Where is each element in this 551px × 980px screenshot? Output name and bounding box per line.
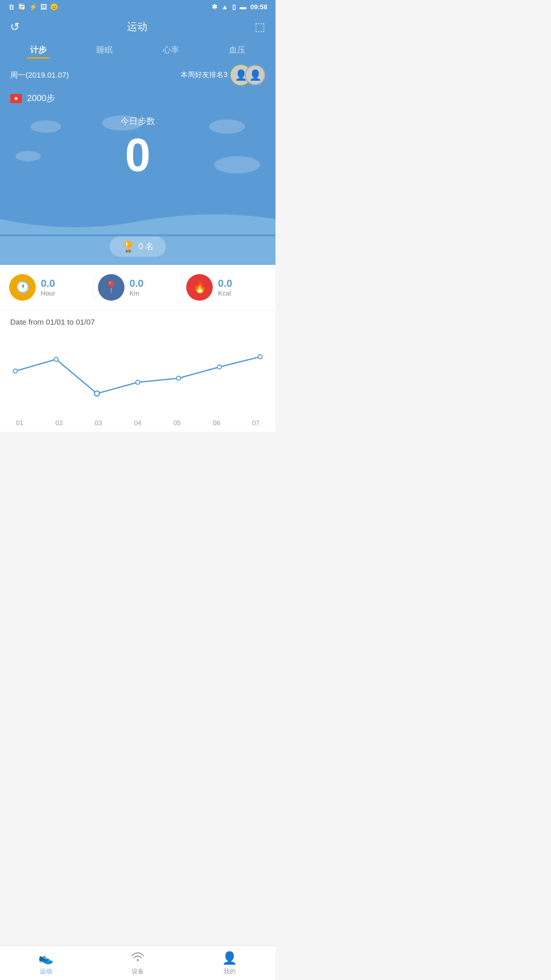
chart-label-0: 01 [0, 419, 39, 427]
goal-text: 2000步 [27, 92, 55, 104]
cloud-4 [15, 151, 41, 161]
distance-unit: Km [130, 289, 144, 297]
share-button[interactable]: ⬚ [255, 20, 265, 34]
bluetooth-icon: ✱ [212, 3, 217, 11]
chart-labels: 01 02 03 04 05 06 07 [0, 419, 276, 432]
time-icon-circle: 🕐 [9, 274, 36, 301]
refresh-button[interactable]: ↺ [10, 20, 19, 34]
chart-point-0 [13, 369, 17, 373]
wave-section [0, 209, 276, 236]
cloud-1 [31, 120, 61, 133]
tab-steps[interactable]: 计步 [5, 40, 71, 59]
chart-label-3: 04 [118, 419, 157, 427]
trash-icon: 🗑 [8, 3, 15, 11]
chart-svg [10, 335, 265, 412]
distance-icon-circle: 📍 [98, 274, 124, 301]
usb-icon: ⚡ [29, 3, 37, 11]
stat-calories: 🔥 0.0 Kcal [182, 274, 270, 301]
avatar-icon-2: 👤 [249, 69, 262, 81]
wifi-icon: ▲ [221, 3, 228, 11]
status-icons-left: 🗑 🔄 ⚡ 🖼 😐 [8, 3, 58, 11]
date-range: Date from 01/01 to 01/07 [0, 310, 276, 330]
header: ↺ 运动 ⬚ [0, 14, 276, 40]
ranking-badge[interactable]: 🏆 0 名 [110, 236, 166, 257]
chart-point-3 [136, 380, 140, 384]
chart-label-2: 03 [79, 419, 118, 427]
signal-icon: ▯ [232, 3, 236, 11]
time-unit: Hour [41, 289, 55, 297]
stat-distance: 📍 0.0 Km [93, 274, 182, 301]
chart-container [0, 330, 276, 419]
ranking-text: 0 名 [139, 241, 154, 252]
friends-rank[interactable]: 本周好友排名3 👤 👤 [181, 65, 265, 85]
status-icons-right: ✱ ▲ ▯ ▬ 09:58 [212, 3, 267, 11]
current-date: 周一(2019.01.07) [10, 70, 69, 80]
tabs-bar: 计步 睡眠 心率 血压 [0, 40, 276, 59]
chart-label-1: 02 [39, 419, 79, 427]
stats-row: 🕐 0.0 Hour 📍 0.0 Km 🔥 0.0 Kcal [0, 265, 276, 310]
emoji-icon: 😐 [50, 3, 58, 11]
calories-values: 0.0 Kcal [218, 278, 232, 297]
cloud-2 [102, 115, 143, 131]
date-range-text: Date from 01/01 to 01/07 [10, 317, 95, 326]
steps-area: 今日步数 0 [0, 110, 276, 209]
location-icon: 📍 [104, 281, 118, 294]
avatar-2: 👤 [245, 65, 265, 85]
trophy-icon: 🏆 [122, 240, 135, 253]
friends-rank-label: 本周好友排名3 [181, 70, 228, 80]
distance-value: 0.0 [130, 278, 144, 289]
goal-badge: ★ [10, 94, 22, 103]
fire-icon: 🔥 [193, 281, 207, 294]
wave-svg [0, 209, 276, 234]
cloud-5 [214, 156, 260, 174]
chart-point-5 [217, 365, 221, 369]
tab-blood-pressure[interactable]: 血压 [204, 40, 270, 59]
clock: 09:58 [251, 3, 267, 11]
goal-row: ★ 2000步 [0, 89, 276, 110]
calories-value: 0.0 [218, 278, 232, 289]
clock-icon: 🕐 [16, 281, 30, 294]
page-title: 运动 [127, 20, 147, 34]
tab-heart-rate[interactable]: 心率 [138, 40, 204, 59]
sync-icon: 🔄 [18, 3, 26, 11]
chart-line [15, 357, 260, 394]
chart-label-6: 07 [236, 419, 276, 427]
status-bar: 🗑 🔄 ⚡ 🖼 😐 ✱ ▲ ▯ ▬ 09:58 [0, 0, 276, 14]
tab-sleep[interactable]: 睡眠 [71, 40, 138, 59]
battery-icon: ▬ [240, 3, 246, 11]
time-value: 0.0 [41, 278, 55, 289]
chart-label-5: 06 [197, 419, 236, 427]
friends-avatars: 👤 👤 [231, 65, 265, 85]
distance-values: 0.0 Km [130, 278, 144, 297]
chart-point-2 [94, 391, 99, 396]
ranking-section: 🏆 0 名 [0, 236, 276, 265]
stat-time: 🕐 0.0 Hour [5, 274, 93, 301]
chart-point-6 [258, 355, 262, 359]
calories-unit: Kcal [218, 289, 232, 297]
chart-point-4 [177, 376, 181, 380]
cloud-3 [209, 119, 245, 134]
chart-point-1 [54, 357, 58, 361]
date-row: 周一(2019.01.07) 本周好友排名3 👤 👤 [0, 59, 276, 89]
chart-label-4: 05 [158, 419, 197, 427]
calories-icon-circle: 🔥 [186, 274, 213, 301]
time-values: 0.0 Hour [41, 278, 55, 297]
image-icon: 🖼 [40, 3, 47, 11]
